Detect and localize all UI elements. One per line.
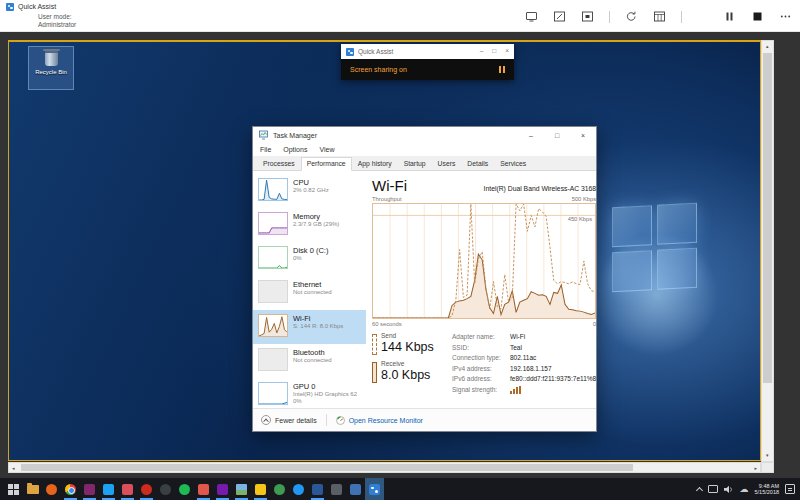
disk-0-graph-thumbnail [258,246,288,269]
scroll-left-arrow[interactable]: ◂ [12,466,15,471]
maximize-button[interactable]: □ [492,48,496,55]
resource-monitor-icon [336,416,345,425]
wifi-detail-panel: Wi-Fi Intel(R) Dual Band Wireless-AC 316… [366,172,596,408]
taskbar-dark-circle-app-icon[interactable] [156,478,175,500]
horizontal-scroll-thumb[interactable] [21,464,633,471]
tab-services[interactable]: Services [494,157,532,171]
pause-sharing-icon[interactable] [499,66,505,73]
taskbar-clock[interactable]: 9:48 AM 5/15/2018 [755,483,779,496]
close-button[interactable]: × [505,48,509,55]
taskbar-green-globe-app-icon[interactable] [270,478,289,500]
taskbar-blue-circle-app-icon[interactable] [289,478,308,500]
taskbar-twitter-icon[interactable] [99,478,118,500]
task-manager-titlebar[interactable]: Task Manager – □ × [253,127,596,143]
menu-file[interactable]: File [260,146,271,153]
user-mode-line1: User mode: [38,13,76,21]
detail-row: SSID:Teal [452,343,596,354]
taskbar-red-circle-app-icon[interactable] [137,478,156,500]
sidebar-item-wi-fi[interactable]: Wi-FiS: 144 R: 8.0 Kbps [253,310,366,344]
taskbar-blue-square-app-icon[interactable] [308,478,327,500]
menu-view[interactable]: View [319,146,334,153]
vertical-scrollbar[interactable]: ▴ ▾ [761,40,774,462]
remote-desktop-viewport[interactable]: Recycle Bin Quick Assist – □ × Screen sh… [8,40,761,461]
vertical-scroll-thumb[interactable] [763,53,772,383]
sidebar-item-cpu[interactable]: CPU2% 0.82 GHz [253,174,366,208]
minimize-button[interactable]: – [518,127,544,143]
detail-value: Teal [510,343,522,354]
menu-options[interactable]: Options [283,146,307,153]
close-button[interactable]: × [570,127,596,143]
scrollbar-corner [761,462,774,473]
sidebar-item-bluetooth[interactable]: BluetoothNot connected [253,344,366,378]
fit-screen-icon[interactable] [581,10,594,23]
restart-icon[interactable] [625,10,638,23]
taskbar: ☁ 9:48 AM 5/15/2018 [0,478,800,500]
tab-processes[interactable]: Processes [257,157,301,171]
pause-icon[interactable] [723,10,736,23]
network-tray-icon[interactable] [708,485,718,493]
sidebar-item-subtext: 2.3/7.9 GB (29%) [293,221,339,228]
taskbar-chrome-icon[interactable] [61,478,80,500]
sidebar-item-subtext: S: 144 R: 8.0 Kbps [293,323,343,330]
taskbar-gray-game-app-icon[interactable] [327,478,346,500]
scroll-right-arrow[interactable]: ▸ [754,466,757,471]
sidebar-item-subtext: 0% [293,398,357,405]
scroll-up-arrow[interactable]: ▴ [766,44,769,49]
tab-app-history[interactable]: App history [352,157,398,171]
more-options-icon[interactable] [779,10,792,23]
tab-performance[interactable]: Performance [301,157,352,171]
sidebar-item-gpu-0[interactable]: GPU 0Intel(R) HD Graphics 620% [253,378,366,408]
tab-users[interactable]: Users [432,157,462,171]
taskbar-start-icon[interactable] [4,478,23,500]
quick-assist-logo-icon [6,3,14,11]
adapter-name: Intel(R) Dual Band Wireless-AC 3168 [484,185,596,192]
detail-row: Adapter name:Wi-Fi [452,332,596,343]
screen-sharing-banner: Screen sharing on [341,59,514,80]
taskbar-orange-office-app-icon[interactable] [194,478,213,500]
windows-logo-pane [657,248,697,290]
taskbar-green-circle-app-icon[interactable] [175,478,194,500]
fewer-details-button[interactable]: Fewer details [261,415,317,425]
user-mode-label: User mode: Administrator [38,13,76,28]
action-center-icon[interactable] [785,484,795,494]
send-legend-swatch [372,334,377,355]
onedrive-cloud-icon[interactable]: ☁ [740,485,749,494]
sidebar-item-disk-0[interactable]: Disk 0 (C:)0% [253,242,366,276]
detail-label: IPv4 address: [452,364,510,375]
end-session-icon[interactable] [751,10,764,23]
task-manager-icon[interactable] [653,10,666,23]
scroll-down-arrow[interactable]: ▾ [766,453,769,458]
taskbar-violet-app-icon[interactable] [213,478,232,500]
tab-details[interactable]: Details [461,157,494,171]
taskbar-red-pink-app-icon[interactable] [118,478,137,500]
detail-row: Signal strength: [452,385,596,398]
minimize-button[interactable]: – [480,48,484,55]
user-mode-line2: Administrator [38,21,76,29]
sidebar-item-memory[interactable]: Memory2.3/7.9 GB (29%) [253,208,366,242]
taskbar-purple-app-icon[interactable] [80,478,99,500]
sidebar-item-subtext: 0% [293,255,328,262]
sidebar-item-ethernet[interactable]: EthernetNot connected [253,276,366,310]
annotate-icon[interactable] [553,10,566,23]
horizontal-scrollbar[interactable]: ◂ ▸ [8,462,761,473]
volume-icon[interactable] [724,485,734,494]
performance-sidebar: CPU2% 0.82 GHzMemory2.3/7.9 GB (29%)Disk… [253,172,366,408]
taskbar-yellow-notes-app-icon[interactable] [251,478,270,500]
select-monitor-icon[interactable] [525,10,538,23]
taskbar-firefox-icon[interactable] [42,478,61,500]
detail-label: Adapter name: [452,332,510,343]
taskbar-file-explorer-icon[interactable] [23,478,42,500]
sidebar-item-name: Wi-Fi [293,314,343,323]
recycle-bin-shortcut[interactable]: Recycle Bin [28,46,74,90]
detail-value: Wi-Fi [510,332,525,343]
tray-chevron-up-icon[interactable] [695,486,702,493]
sidebar-item-name: Bluetooth [293,348,332,357]
tab-startup[interactable]: Startup [398,157,432,171]
taskbar-quick-assist-taskbar-icon[interactable] [365,478,384,500]
maximize-button[interactable]: □ [544,127,570,143]
taskbar-photos-app-icon[interactable] [232,478,251,500]
remote-quick-assist-window: Quick Assist – □ × Screen sharing on [341,44,514,80]
taskbar-blue-mail-app-icon[interactable] [346,478,365,500]
open-resource-monitor-link[interactable]: Open Resource Monitor [336,416,423,425]
detail-row: IPv6 address:fe80::ddd7:f211:9375:7e11%8 [452,374,596,385]
